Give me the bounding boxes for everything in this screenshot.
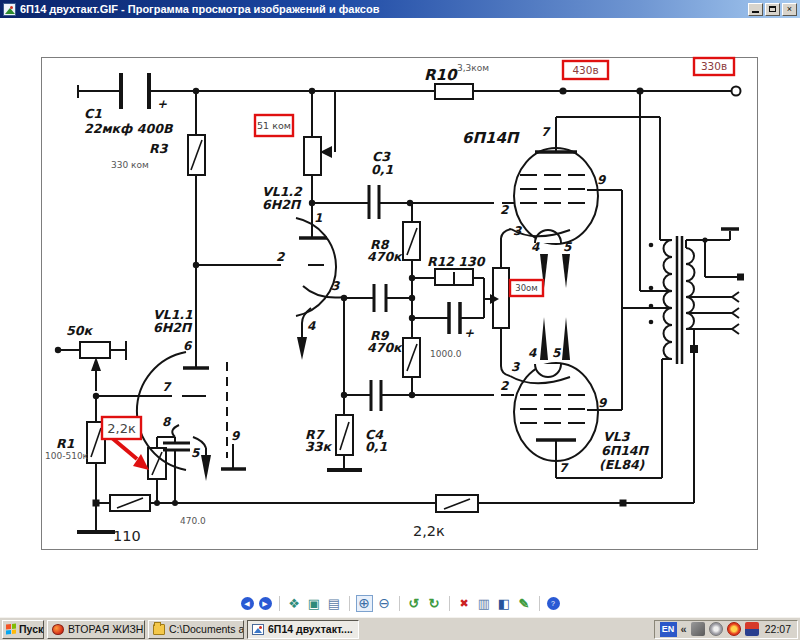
restore-button[interactable] <box>765 3 780 16</box>
minimize-button[interactable] <box>748 3 763 16</box>
schematic-label: 50к <box>66 323 93 338</box>
schematic-image: C122мкф 400В+R3330 комR103,3ком6П14ПVL1.… <box>0 18 800 617</box>
schematic-label: 6П14П <box>462 129 520 147</box>
schematic-label: 22мкф 400В <box>84 121 174 136</box>
folder-icon <box>153 624 165 635</box>
schematic-label: 330 ком <box>111 160 149 170</box>
system-tray: EN « 22:07 <box>654 620 798 639</box>
best-fit-button[interactable]: ❖ <box>286 595 303 612</box>
delete-button[interactable]: ✖ <box>456 595 473 612</box>
image-viewer-icon <box>252 624 264 635</box>
schematic-label: R12 130 <box>427 254 486 269</box>
schematic-label: 6Н2П <box>262 197 302 212</box>
tray-icon-4[interactable] <box>745 622 759 636</box>
schematic-label: R1 <box>56 436 75 451</box>
tray-antivirus-icon[interactable] <box>727 622 741 636</box>
print-button[interactable]: ▥ <box>476 595 493 612</box>
red-annotation-text: 51 ком <box>257 120 291 131</box>
viewer-canvas: C122мкф 400В+R3330 комR103,3ком6П14ПVL1.… <box>0 18 800 617</box>
language-indicator[interactable]: EN <box>660 622 677 637</box>
schematic-label: 3,3ком <box>457 63 489 73</box>
previous-image-button[interactable]: ◀ <box>241 597 254 610</box>
schematic-label: 470.0 <box>180 516 206 526</box>
save-button[interactable]: ◧ <box>496 595 513 612</box>
tray-icon-1[interactable] <box>691 622 705 636</box>
toolbar-separator <box>349 596 350 611</box>
rotate-clockwise-button[interactable]: ↻ <box>426 595 443 612</box>
tray-icon-2[interactable] <box>709 622 723 636</box>
start-button[interactable]: Пуск <box>2 620 44 639</box>
schematic-label: 6П14П <box>601 443 650 458</box>
title-bar: 6П14 двухтакт.GIF - Программа просмотра … <box>0 0 800 18</box>
red-annotation-text: 30ом <box>515 283 537 293</box>
schematic-label: 470к <box>367 340 403 355</box>
windows-logo-icon <box>6 623 16 634</box>
toolbar-separator <box>449 596 450 611</box>
schematic-label: 0,1 <box>365 439 387 454</box>
schematic-label: 470к <box>367 249 403 264</box>
browser-icon <box>52 624 64 635</box>
schematic-label: 1 <box>314 211 322 225</box>
schematic-label: 110 <box>113 528 141 544</box>
zoom-in-button[interactable]: ⊕ <box>356 595 373 612</box>
app-icon <box>3 3 16 16</box>
schematic-label: R10 <box>424 66 458 84</box>
schematic-label: 0,1 <box>371 162 393 177</box>
taskbar: Пуск ВТОРАЯ ЖИЗНЬ С... C:\Documents an..… <box>0 617 800 640</box>
restore-icon <box>769 6 776 12</box>
actual-size-button[interactable]: ▣ <box>306 595 323 612</box>
zoom-out-button[interactable]: ⊖ <box>376 595 393 612</box>
schematic-label: 4 <box>528 346 537 360</box>
schematic-label: R3 <box>149 141 169 156</box>
toolbar-separator <box>399 596 400 611</box>
schematic-label: C1 <box>84 106 102 121</box>
schematic-label: 100-510к <box>45 451 89 461</box>
toolbar-separator <box>279 596 280 611</box>
schematic-label: 33к <box>305 439 332 454</box>
help-button[interactable]: ? <box>547 597 560 610</box>
tray-chevron[interactable]: « <box>681 623 687 635</box>
schematic-label: + <box>464 326 474 340</box>
schematic-label: + <box>157 97 167 111</box>
red-annotation-text: 330в <box>701 60 727 72</box>
taskbar-item-documents-folder[interactable]: C:\Documents an... <box>148 620 244 639</box>
start-slideshow-button[interactable]: ▤ <box>326 595 343 612</box>
schematic-label: 4 <box>531 240 540 254</box>
taskbar-clock: 22:07 <box>765 623 791 635</box>
schematic-label: 6Н2П <box>153 320 193 335</box>
next-image-button[interactable]: ▶ <box>259 597 272 610</box>
red-annotation-text: 430в <box>572 64 598 76</box>
minimize-icon <box>752 11 759 13</box>
window-title: 6П14 двухтакт.GIF - Программа просмотра … <box>20 3 748 15</box>
schematic-label: 2,2к <box>413 523 445 539</box>
schematic-label: VL3 <box>603 429 631 444</box>
viewer-toolbar: ◀▶❖▣▤⊕⊖↺↻✖▥◧✎? <box>0 592 800 614</box>
schematic-label: 1000.0 <box>430 349 462 359</box>
edit-image-button[interactable]: ✎ <box>516 595 533 612</box>
taskbar-item-image-viewer[interactable]: 6П14 двухтакт.... <box>247 620 359 639</box>
schematic-label: 4 <box>307 319 316 333</box>
toolbar-separator <box>539 596 540 611</box>
close-button[interactable]: × <box>782 3 797 16</box>
taskbar-item-vtoraya-zhizn[interactable]: ВТОРАЯ ЖИЗНЬ С... <box>47 620 145 639</box>
schematic-label: (EL84) <box>599 457 645 472</box>
red-annotation-text: 2,2к <box>107 421 136 436</box>
rotate-counterclockwise-button[interactable]: ↺ <box>406 595 423 612</box>
start-label: Пуск <box>19 623 43 635</box>
